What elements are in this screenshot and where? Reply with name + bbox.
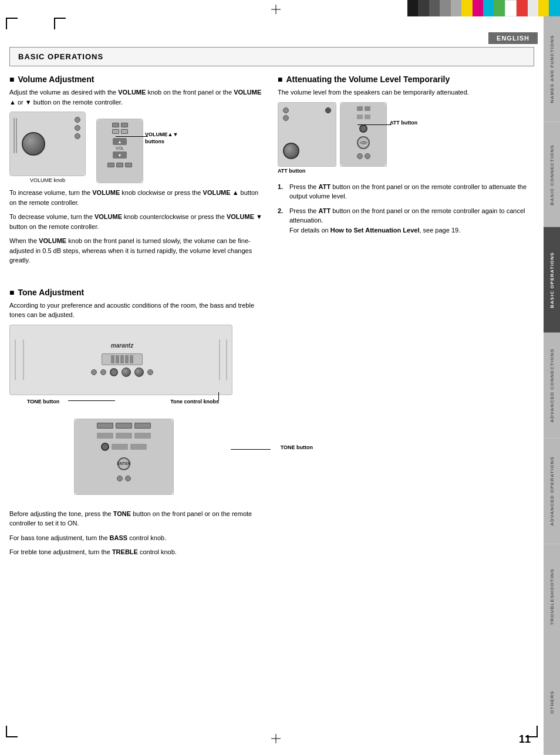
- volume-image-area: VOLUME knob: [9, 112, 266, 183]
- att-image-area: ATT button: [278, 102, 534, 174]
- volume-body-text: Adjust the volume as desired with the VO…: [9, 87, 266, 107]
- tone-heading: Tone Adjustment: [9, 288, 266, 297]
- remote-device-image: ▲ VOL ▼: [96, 119, 143, 183]
- att-front-panel-container: ATT button: [278, 102, 336, 174]
- step-2-number: 2.: [278, 206, 286, 235]
- sidebar-tab-operations[interactable]: BASIC OPERATIONS: [544, 227, 560, 333]
- att-button-label-remote: ATT button: [390, 120, 428, 126]
- volume-heading: Volume Adjustment: [9, 75, 266, 84]
- volume-para3: To decrease volume, turn the VOLUME knob…: [9, 212, 266, 231]
- step-2-text: Press the ATT button on the front panel …: [289, 206, 534, 235]
- sidebar-tab-adv-connections[interactable]: ADVANCED CONNECTIONS: [544, 333, 560, 439]
- sidebar-tab-connections[interactable]: BASIC CONNECTIONS: [544, 122, 560, 228]
- volume-para2: To increase volume, turn the VOLUME knob…: [9, 188, 266, 207]
- volume-para4: When the VOLUME knob on the front panel …: [9, 236, 266, 265]
- tone-button-remote: [101, 443, 109, 451]
- attenuating-heading: Attenuating the Volume Level Temporarily: [278, 75, 534, 84]
- tone-remote-image: ENTER: [74, 419, 174, 495]
- two-column-layout: Volume Adjustment Adjust the volume as d…: [9, 75, 534, 562]
- right-column: Attenuating the Volume Level Temporarily…: [278, 75, 534, 562]
- att-button-remote: [359, 124, 367, 133]
- att-devices: ATT button: [278, 102, 534, 174]
- volume-knob-label: VOLUME knob: [9, 177, 86, 183]
- tone-amp-image-container: marantz: [9, 325, 266, 395]
- section-box: BASIC OPERATIONS: [9, 47, 534, 66]
- sidebar-tab-adv-operations[interactable]: ADVANCED OPERATIONS: [544, 439, 560, 544]
- main-content: BASIC OPERATIONS Volume Adjustment Adjus…: [0, 0, 544, 755]
- att-remote-container: ◁ ▷ ATT button: [340, 102, 387, 174]
- att-front-panel-image: [278, 102, 336, 167]
- attenuating-section: Attenuating the Volume Level Temporarily…: [278, 75, 534, 235]
- att-step-2: 2. Press the ATT button on the front pan…: [278, 206, 534, 235]
- att-step-1: 1. Press the ATT button on the front pan…: [278, 182, 534, 201]
- tone-amp-image: marantz: [9, 325, 232, 395]
- amp-device-image: [9, 112, 86, 176]
- volume-buttons-label: VOLUME▲▼ buttons: [145, 132, 183, 145]
- tone-para1: Before adjusting the tone, press the TON…: [9, 509, 266, 528]
- att-remote-image: ◁ ▷: [340, 102, 387, 167]
- tone-button-label-amp: TONE button: [27, 399, 59, 405]
- left-column: Volume Adjustment Adjust the volume as d…: [9, 75, 266, 562]
- tone-button-indicator: [110, 368, 118, 376]
- section-box-title: BASIC OPERATIONS: [18, 52, 103, 61]
- sidebar-tab-names[interactable]: NAMES AND FUNCTIONS: [544, 16, 560, 122]
- attenuating-body: The volume level from the speakers can b…: [278, 87, 534, 97]
- att-button-label-front: ATT button: [278, 168, 336, 174]
- page-number: 11: [519, 733, 531, 746]
- tone-adjustment-section: Tone Adjustment According to your prefer…: [9, 288, 266, 557]
- sidebar-tab-others[interactable]: OTHERS: [544, 649, 560, 755]
- right-sidebar: NAMES AND FUNCTIONS BASIC CONNECTIONS BA…: [544, 16, 560, 755]
- tone-button-label-remote: TONE button: [281, 444, 313, 450]
- tone-para2: For bass tone adjustment, turn the BASS …: [9, 533, 266, 543]
- att-steps: 1. Press the ATT button on the front pan…: [278, 182, 534, 235]
- step-1-number: 1.: [278, 182, 286, 201]
- tone-control-knobs-label: Tone control knobs: [170, 399, 219, 405]
- step-1-text: Press the ATT button on the front panel …: [289, 182, 534, 201]
- remote-device-container: ▲ VOL ▼: [96, 119, 143, 183]
- volume-adjustment-section: Volume Adjustment Adjust the volume as d…: [9, 75, 266, 265]
- tone-remote-image-container: ENTER TONE button: [39, 419, 266, 495]
- sidebar-tab-troubleshooting[interactable]: TROUBLESHOOTING: [544, 544, 560, 650]
- tone-para3: For treble tone adjustment, turn the TRE…: [9, 547, 266, 557]
- amp-device-container: VOLUME knob: [9, 112, 86, 183]
- marantz-logo: marantz: [111, 342, 133, 349]
- tone-body-text: According to your preference and acousti…: [9, 301, 266, 320]
